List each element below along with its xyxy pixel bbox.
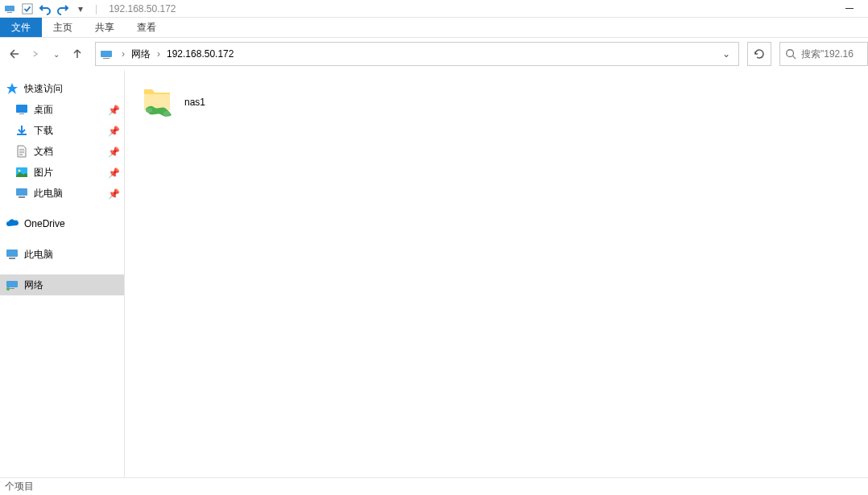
redo-icon[interactable] [56, 2, 69, 15]
svg-rect-5 [103, 58, 110, 59]
status-bar: 个项目 [0, 477, 868, 495]
svg-point-10 [19, 170, 21, 172]
svg-rect-3 [845, 8, 854, 9]
sidebar-item-label: 网络 [24, 278, 124, 292]
svg-rect-15 [6, 281, 18, 287]
sidebar-item-this-pc-pinned[interactable]: 此电脑 📌 [0, 183, 124, 204]
breadcrumb: › 网络 › 192.168.50.172 [118, 46, 717, 63]
share-folder-item[interactable]: nas1 [134, 80, 320, 125]
computer-icon [5, 247, 19, 262]
chevron-right-icon[interactable]: › [154, 48, 163, 60]
navigation-bar: ⌄ › 网络 › 192.168.50.172 ⌄ [0, 38, 868, 70]
tab-view[interactable]: 查看 [126, 18, 167, 37]
address-dropdown-icon[interactable]: ⌄ [717, 48, 735, 60]
network-share-icon [138, 83, 178, 122]
crumb-host[interactable]: 192.168.50.172 [163, 47, 237, 61]
forward-button[interactable] [27, 46, 43, 62]
nav-arrows: ⌄ [0, 46, 92, 62]
svg-rect-13 [6, 250, 18, 257]
up-button[interactable] [69, 46, 85, 62]
network-icon [3, 2, 16, 15]
sidebar-item-network[interactable]: 网络 [0, 274, 124, 295]
location-icon [99, 47, 114, 61]
sidebar-item-label: OneDrive [24, 218, 124, 229]
pin-icon: 📌 [108, 105, 118, 114]
pictures-icon [14, 165, 29, 179]
pin-icon: 📌 [108, 126, 118, 135]
pin-icon: 📌 [108, 146, 118, 156]
svg-point-19 [163, 111, 170, 116]
crumb-network[interactable]: 网络 [128, 46, 154, 63]
svg-rect-16 [10, 288, 14, 289]
svg-rect-1 [7, 12, 12, 13]
window-title: 192.168.50.172 [109, 3, 176, 14]
sidebar-item-documents[interactable]: 文档 📌 [0, 141, 124, 162]
back-button[interactable] [6, 46, 23, 62]
tab-share[interactable]: 共享 [84, 18, 126, 37]
search-icon [785, 48, 796, 60]
content-pane[interactable]: nas1 [125, 70, 868, 477]
search-input[interactable] [801, 48, 862, 60]
tab-home[interactable]: 主页 [42, 18, 84, 37]
status-text: 个项目 [5, 480, 34, 493]
sidebar-item-label: 此电脑 [24, 248, 124, 262]
search-box[interactable] [779, 42, 868, 66]
cloud-icon [5, 217, 19, 231]
svg-rect-7 [16, 105, 27, 113]
divider: | [95, 3, 97, 14]
svg-rect-0 [5, 6, 14, 11]
minimize-button[interactable] [831, 0, 868, 18]
document-icon [14, 144, 29, 159]
sidebar-item-downloads[interactable]: 下载 📌 [0, 120, 124, 141]
sidebar-item-this-pc[interactable]: 此电脑 [0, 244, 124, 265]
recent-dropdown[interactable]: ⌄ [48, 46, 64, 62]
sidebar-item-desktop[interactable]: 桌面 📌 [0, 99, 124, 120]
item-label: nas1 [184, 97, 205, 108]
svg-rect-4 [101, 51, 112, 57]
svg-rect-14 [9, 258, 15, 259]
svg-point-17 [6, 287, 10, 291]
svg-rect-11 [16, 188, 27, 196]
navigation-pane[interactable]: 快速访问 桌面 📌 下载 📌 文档 📌 [0, 70, 125, 477]
svg-rect-2 [23, 3, 32, 13]
tab-file[interactable]: 文件 [0, 18, 42, 37]
svg-point-18 [146, 108, 152, 113]
quick-access-section: 快速访问 桌面 📌 下载 📌 文档 📌 [0, 78, 124, 204]
svg-rect-8 [19, 113, 24, 114]
computer-icon [14, 186, 29, 200]
window-controls [831, 0, 868, 18]
desktop-icon [14, 102, 29, 117]
onedrive-section: OneDrive [0, 213, 124, 234]
refresh-button[interactable] [747, 42, 771, 66]
sidebar-item-label: 此电脑 [34, 187, 108, 200]
network-icon [5, 278, 19, 292]
sidebar-item-onedrive[interactable]: OneDrive [0, 213, 124, 234]
sidebar-item-label: 图片 [34, 166, 108, 179]
sidebar-item-label: 快速访问 [24, 82, 124, 96]
sidebar-item-label: 文档 [34, 145, 108, 159]
sidebar-item-quick-access[interactable]: 快速访问 [0, 78, 124, 99]
download-icon [14, 123, 29, 138]
sidebar-item-pictures[interactable]: 图片 📌 [0, 162, 124, 183]
title-bar: ▾ | 192.168.50.172 [0, 0, 868, 18]
star-icon [5, 81, 19, 96]
main-area: 快速访问 桌面 📌 下载 📌 文档 📌 [0, 70, 868, 477]
properties-icon[interactable] [21, 2, 34, 15]
network-section: 网络 [0, 274, 124, 295]
undo-icon[interactable] [39, 2, 52, 15]
svg-point-6 [787, 50, 794, 57]
ribbon-tabs: 文件 主页 共享 查看 [0, 18, 868, 38]
qat-dropdown-icon[interactable]: ▾ [74, 2, 87, 15]
chevron-right-icon[interactable]: › [118, 48, 128, 60]
sidebar-item-label: 桌面 [34, 103, 108, 117]
pin-icon: 📌 [108, 167, 118, 177]
svg-rect-12 [19, 196, 25, 198]
pin-icon: 📌 [108, 188, 118, 198]
address-bar[interactable]: › 网络 › 192.168.50.172 ⌄ [95, 42, 739, 66]
this-pc-section: 此电脑 [0, 244, 124, 265]
sidebar-item-label: 下载 [34, 124, 108, 138]
quick-access-toolbar: ▾ | 192.168.50.172 [3, 2, 176, 15]
